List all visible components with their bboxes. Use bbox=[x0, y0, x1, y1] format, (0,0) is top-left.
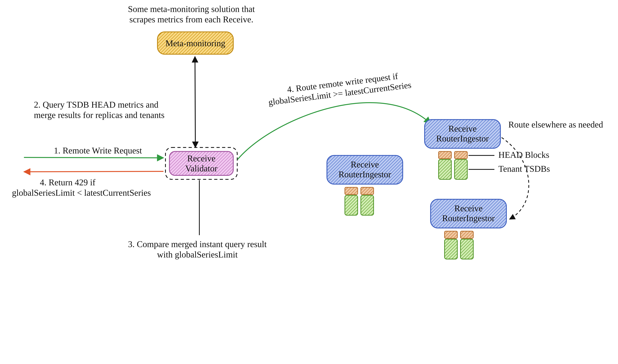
head-block-icon bbox=[345, 187, 357, 195]
arrow-route-remote-write bbox=[238, 103, 431, 159]
tsdb-icon bbox=[460, 239, 473, 259]
router-center: Receive RouterIngestor bbox=[327, 156, 403, 215]
router-top: Receive RouterIngestor bbox=[425, 120, 500, 179]
head-block-icon bbox=[460, 231, 473, 238]
tsdb-icon bbox=[345, 195, 357, 215]
route-elsewhere-label: Route elsewhere as needed bbox=[508, 120, 603, 129]
arrow-return-429 bbox=[24, 171, 164, 172]
router-bottom-label1: Receive bbox=[454, 204, 483, 213]
receive-validator-node: Receive Validator bbox=[166, 147, 237, 179]
step1-label: 1. Remote Write Request bbox=[54, 146, 142, 155]
router-bottom-label2: RouterIngestor bbox=[442, 213, 495, 223]
step3-line1: 3. Compare merged instant query result bbox=[128, 239, 267, 249]
validator-label1: Receive bbox=[187, 154, 215, 163]
tsdb-icon bbox=[438, 159, 451, 179]
meta-monitoring-node: Meta-monitoring bbox=[158, 32, 233, 54]
step3-line2: with globalSeriesLimit bbox=[157, 250, 238, 259]
arrow-validator-meta bbox=[195, 57, 195, 147]
router-bottom: Receive RouterIngestor bbox=[431, 199, 506, 259]
head-block-icon bbox=[454, 152, 467, 159]
meta-monitoring-label: Meta-monitoring bbox=[165, 39, 225, 48]
router-top-label2: RouterIngestor bbox=[436, 134, 489, 143]
arrow-remote-write bbox=[24, 157, 164, 158]
tsdb-icon bbox=[454, 159, 467, 179]
step4err-line1: 4. Return 429 if bbox=[40, 178, 95, 187]
head-block-icon bbox=[445, 231, 457, 238]
head-block-icon bbox=[361, 187, 373, 195]
step2-line2: merge results for replicas and tenants bbox=[34, 110, 165, 120]
router-center-label2: RouterIngestor bbox=[339, 169, 391, 179]
step2-line1: 2. Query TSDB HEAD metrics and bbox=[34, 100, 158, 109]
meta-caption-line2: scrapes metrics from each Receive. bbox=[129, 14, 253, 24]
router-center-label1: Receive bbox=[351, 160, 379, 169]
router-top-label1: Receive bbox=[448, 124, 477, 133]
tenant-tsdbs-label: Tenant TSDBs bbox=[498, 164, 550, 174]
meta-caption-line1: Some meta-monitoring solution that bbox=[128, 4, 255, 14]
validator-label2: Validator bbox=[185, 164, 217, 173]
head-blocks-label: HEAD Blocks bbox=[498, 150, 549, 160]
diagram-canvas: Some meta-monitoring solution that scrap… bbox=[0, 0, 618, 295]
step4route-text: 4. Route remote write request if globalS… bbox=[267, 70, 412, 107]
step4err-line2: globalSeriesLimit < latestCurrentSeries bbox=[12, 188, 151, 197]
head-block-icon bbox=[438, 152, 451, 159]
tsdb-icon bbox=[445, 239, 457, 259]
tsdb-icon bbox=[361, 195, 373, 215]
